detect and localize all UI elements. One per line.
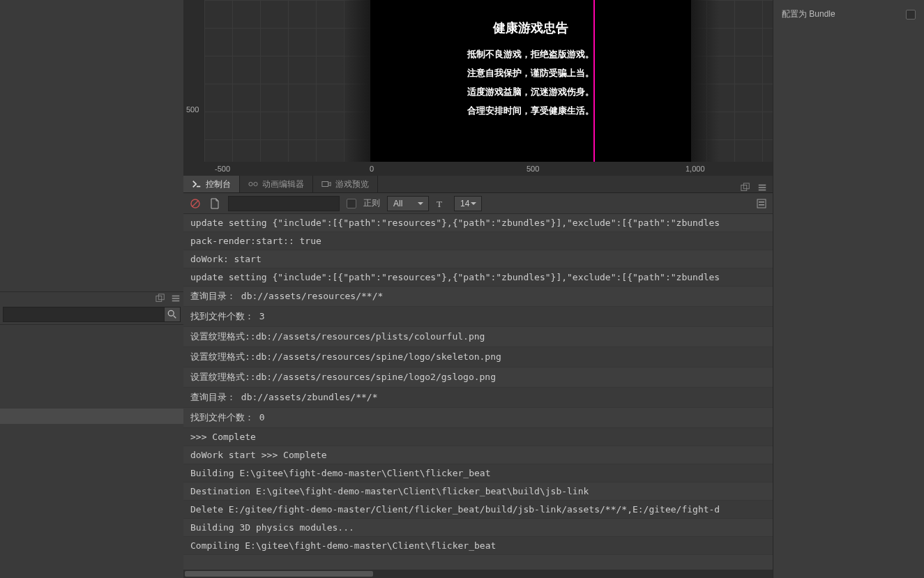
tab-preview[interactable]: 游戏预览: [313, 176, 378, 192]
ruler-horizontal: -500 0 500 1,000: [183, 162, 773, 176]
left-panel: [0, 0, 183, 578]
svg-line-6: [174, 315, 176, 318]
svg-rect-3: [172, 298, 180, 299]
svg-rect-20: [759, 201, 764, 203]
fontsize-icon: T: [436, 198, 447, 209]
tab-bar: 控制台 动画编辑器 游戏预览: [183, 176, 773, 193]
ruler-tick: 1,000: [686, 165, 705, 173]
log-row[interactable]: >>> Complete: [183, 428, 773, 446]
ruler-vertical: 500: [183, 0, 204, 176]
svg-rect-4: [172, 300, 180, 301]
tab-animation[interactable]: 动画编辑器: [240, 176, 313, 192]
log-row[interactable]: update setting {"include":[{"path":"reso…: [183, 268, 773, 287]
warning-line: 抵制不良游戏，拒绝盗版游戏。: [370, 45, 691, 63]
open-log-button[interactable]: [209, 197, 221, 210]
bundle-label: 配置为 Bundle: [782, 8, 835, 20]
warning-line: 注意自我保护，谨防受骗上当。: [370, 63, 691, 82]
svg-point-8: [249, 182, 252, 185]
select-value: All: [393, 199, 402, 208]
console-filter-input[interactable]: [228, 196, 340, 211]
svg-rect-10: [322, 182, 328, 187]
log-row[interactable]: 找到文件个数： 3: [183, 307, 773, 327]
bottom-panel: 控制台 动画编辑器 游戏预览 正则 All T 14: [183, 176, 773, 578]
menu-icon[interactable]: [757, 183, 767, 192]
scene-view[interactable]: 500 健康游戏忠告 抵制不良游戏，拒绝盗版游戏。 注意自我保护，谨防受骗上当。…: [183, 0, 773, 176]
assets-tree[interactable]: [0, 325, 183, 424]
clear-button[interactable]: [189, 197, 202, 210]
tab-label: 动画编辑器: [262, 178, 304, 190]
popout-icon[interactable]: [156, 294, 165, 303]
log-row[interactable]: update setting {"include":[{"path":"reso…: [183, 214, 773, 232]
ruler-tick: 500: [527, 165, 539, 173]
svg-rect-14: [759, 187, 766, 188]
log-row[interactable]: Delete E:/gitee/fight-demo-master/Client…: [183, 501, 773, 519]
left-upper-area: [0, 0, 183, 291]
log-row[interactable]: doWork start >>> Complete: [183, 446, 773, 464]
log-row[interactable]: 设置纹理格式::db://assets/resources/plists/col…: [183, 327, 773, 347]
assets-search-button[interactable]: [164, 307, 181, 322]
console-toolbar: 正则 All T 14: [183, 193, 773, 214]
ruler-tick: 0: [370, 165, 374, 173]
tree-row[interactable]: [0, 409, 183, 424]
regex-label: 正则: [363, 197, 380, 209]
log-row[interactable]: 查询目录： db://assets/zbundles/**/*: [183, 388, 773, 408]
warning-line: 合理安排时间，享受健康生活。: [370, 101, 691, 120]
log-row[interactable]: Destination E:\gitee\fight-demo-master\C…: [183, 482, 773, 501]
file-icon: [210, 198, 220, 209]
assets-panel-header: [0, 291, 183, 304]
log-row[interactable]: 设置纹理格式::db://assets/resources/spine/logo…: [183, 367, 773, 388]
assets-search-input[interactable]: [3, 307, 164, 322]
menu-icon[interactable]: [171, 294, 181, 303]
animation-icon: [248, 179, 258, 189]
log-row[interactable]: pack-render:start:: true: [183, 232, 773, 250]
log-level-select[interactable]: All: [387, 196, 429, 211]
fontsize-select[interactable]: 14: [454, 196, 482, 211]
svg-rect-2: [172, 295, 180, 296]
svg-rect-13: [759, 185, 766, 186]
svg-rect-19: [757, 199, 766, 208]
log-row[interactable]: 查询目录： db://assets/resources/**/*: [183, 287, 773, 307]
svg-line-17: [192, 200, 199, 206]
assets-search-row: [0, 304, 183, 325]
search-icon: [167, 310, 177, 319]
console-output[interactable]: update setting {"include":[{"path":"reso…: [183, 214, 773, 570]
inspector-row: [773, 0, 924, 6]
ruler-tick: 500: [186, 105, 199, 114]
log-row[interactable]: 找到文件个数： 0: [183, 408, 773, 428]
warning-line: 适度游戏益脑，沉迷游戏伤身。: [370, 82, 691, 101]
scrollbar-thumb[interactable]: [185, 571, 373, 577]
svg-rect-21: [759, 204, 764, 206]
game-warning-lines: 抵制不良游戏，拒绝盗版游戏。 注意自我保护，谨防受骗上当。 适度游戏益脑，沉迷游…: [370, 45, 691, 120]
camera-icon: [321, 179, 331, 189]
game-warning-title: 健康游戏忠告: [370, 20, 691, 36]
h-scrollbar[interactable]: [183, 570, 773, 578]
regex-checkbox[interactable]: [347, 199, 356, 208]
log-row[interactable]: 设置纹理格式::db://assets/resources/spine/logo…: [183, 347, 773, 367]
log-row[interactable]: doWork: start: [183, 250, 773, 268]
inspector-panel: 配置为 Bundle: [773, 0, 924, 578]
log-row[interactable]: Compiling E:\gitee\fight-demo-master\Cli…: [183, 537, 773, 555]
scene-canvas[interactable]: 健康游戏忠告 抵制不良游戏，拒绝盗版游戏。 注意自我保护，谨防受骗上当。 适度游…: [204, 0, 773, 162]
terminal-icon: [192, 179, 202, 189]
inspector-bundle-row: 配置为 Bundle: [773, 6, 924, 23]
ruler-tick: -500: [215, 165, 230, 173]
svg-text:T: T: [437, 199, 442, 209]
game-frame: 健康游戏忠告 抵制不良游戏，拒绝盗版游戏。 注意自我保护，谨防受骗上当。 适度游…: [370, 0, 691, 162]
svg-point-9: [254, 182, 257, 185]
bundle-checkbox[interactable]: [906, 10, 916, 20]
clear-icon: [190, 198, 201, 209]
tab-console[interactable]: 控制台: [183, 176, 240, 192]
collapse-icon[interactable]: [756, 198, 767, 209]
popout-icon[interactable]: [741, 183, 750, 192]
tab-label: 游戏预览: [335, 178, 369, 190]
log-row[interactable]: Building E:\gitee\fight-demo-master\Clie…: [183, 464, 773, 482]
log-row[interactable]: Building 3D physics modules...: [183, 519, 773, 537]
svg-rect-15: [759, 190, 766, 191]
svg-point-5: [168, 310, 174, 316]
select-value: 14: [460, 199, 469, 208]
tab-label: 控制台: [206, 178, 231, 190]
